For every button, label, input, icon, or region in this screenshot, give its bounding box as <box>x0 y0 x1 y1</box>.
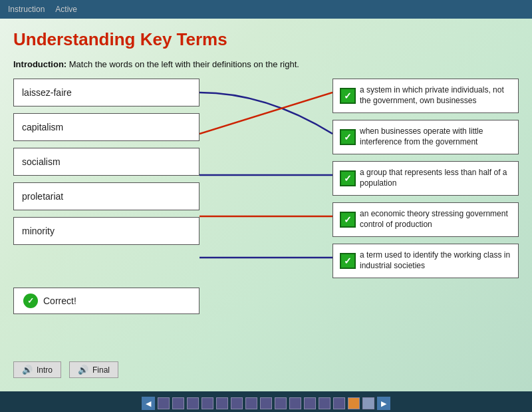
page-dot-2[interactable] <box>172 397 184 409</box>
page-title: Understanding Key Terms <box>13 29 519 50</box>
intro-button[interactable]: 🔊 Intro <box>13 361 61 378</box>
page-dot-1[interactable] <box>158 397 170 409</box>
page-dot-13[interactable] <box>333 397 345 409</box>
page-dot-9[interactable] <box>275 397 287 409</box>
page-dot-8[interactable] <box>260 397 272 409</box>
def3-text: a group that represents less than half o… <box>360 168 511 188</box>
speaker-icon-intro: 🔊 <box>22 365 33 375</box>
left-item-proletariat[interactable]: proletariat <box>13 182 200 210</box>
check-icon-4: ✓ <box>340 212 356 228</box>
page-dot-5[interactable] <box>216 397 228 409</box>
connector-lines <box>200 79 332 285</box>
intro-label: Intro <box>37 365 53 375</box>
right-item-def5[interactable]: ✓ a term used to identify the working cl… <box>332 244 519 278</box>
def1-text: a system in which private individuals, n… <box>360 85 511 106</box>
right-column: ✓ a system in which private individuals,… <box>332 79 519 278</box>
prev-arrow[interactable]: ◀ <box>142 397 155 410</box>
def4-text: an economic theory stressing government … <box>360 209 511 230</box>
def5-text: a term used to identify the working clas… <box>360 250 511 271</box>
pagination-bar: ◀ ▶ <box>0 391 532 412</box>
page-dot-14[interactable] <box>348 397 360 409</box>
left-column: laissez-faire capitalism socialism prole… <box>13 79 200 245</box>
final-button[interactable]: 🔊 Final <box>69 361 118 378</box>
page-dot-6[interactable] <box>231 397 243 409</box>
instructions: Introduction: Match the words on the lef… <box>13 59 519 69</box>
speaker-icon-final: 🔊 <box>78 365 88 375</box>
page-dot-11[interactable] <box>304 397 316 409</box>
right-item-def1[interactable]: ✓ a system in which private individuals,… <box>332 79 519 113</box>
correct-icon: ✓ <box>23 294 38 308</box>
topbar-active: Active <box>55 5 77 14</box>
right-item-def4[interactable]: ✓ an economic theory stressing governmen… <box>332 202 519 237</box>
instructions-text: Match the words on the left with their d… <box>66 59 299 69</box>
check-icon-1: ✓ <box>340 88 356 104</box>
page-dot-10[interactable] <box>289 397 301 409</box>
page-dot-3[interactable] <box>187 397 199 409</box>
right-item-def3[interactable]: ✓ a group that represents less than half… <box>332 161 519 196</box>
right-item-def2[interactable]: ✓ when businesses operate with little in… <box>332 120 519 154</box>
check-icon-3: ✓ <box>340 170 356 186</box>
next-arrow[interactable]: ▶ <box>377 397 390 410</box>
main-content: Understanding Key Terms Introduction: Ma… <box>0 19 532 391</box>
correct-label: Correct! <box>43 296 76 306</box>
left-item-minority[interactable]: minority <box>13 217 200 245</box>
page-dot-4[interactable] <box>201 397 213 409</box>
left-item-socialism[interactable]: socialism <box>13 148 200 176</box>
page-dot-15[interactable] <box>362 397 374 409</box>
check-icon-5: ✓ <box>340 253 356 269</box>
page-dot-7[interactable] <box>245 397 257 409</box>
page-dot-12[interactable] <box>319 397 331 409</box>
topbar-instruction: Instruction <box>8 5 45 14</box>
left-item-laissez-faire[interactable]: laissez-faire <box>13 79 200 106</box>
left-item-capitalism[interactable]: capitalism <box>13 113 200 141</box>
matching-area: laissez-faire capitalism socialism prole… <box>13 79 519 278</box>
instructions-bold: Introduction: <box>13 59 66 69</box>
def2-text: when businesses operate with little inte… <box>360 126 511 147</box>
final-label: Final <box>92 365 110 375</box>
top-bar: Instruction Active <box>0 0 532 19</box>
check-icon-2: ✓ <box>340 129 356 145</box>
correct-badge: ✓ Correct! <box>13 288 200 314</box>
